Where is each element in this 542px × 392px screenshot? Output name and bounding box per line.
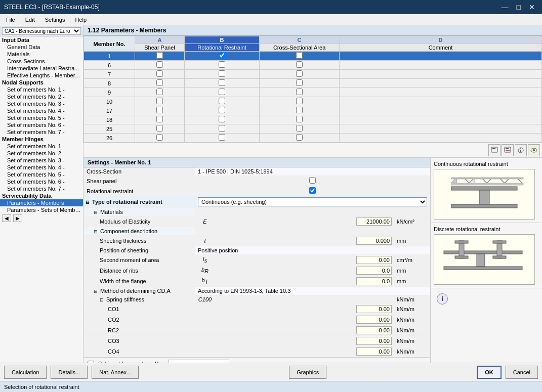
sheeting-t-value[interactable] [356, 237, 392, 245]
cell-shear[interactable] [135, 79, 185, 88]
sidebar-item-nodal-1[interactable]: Set of members No. 1 - [0, 86, 83, 93]
set-input-checkbox[interactable] [88, 361, 94, 363]
cell-cross[interactable] [260, 134, 340, 143]
shear-check-4[interactable] [156, 89, 163, 95]
cell-cross[interactable] [260, 97, 340, 106]
type-dropdown[interactable]: Continuous (e.g. sheeting)Discrete rotat… [198, 197, 427, 206]
cell-shear[interactable] [135, 115, 185, 124]
table-row[interactable]: 17 [84, 106, 542, 115]
rotational-check-5[interactable] [219, 98, 225, 104]
rotational-checkbox[interactable] [309, 187, 316, 194]
cross-check-0[interactable] [296, 52, 303, 59]
shear-check-0[interactable] [156, 52, 163, 59]
sidebar-item-hinge-1[interactable]: Set of members No. 1 - [0, 143, 83, 150]
cross-check-1[interactable] [296, 61, 303, 68]
shear-check-2[interactable] [156, 70, 163, 77]
sidebar-item-nodal-3[interactable]: Set of members No. 3 - [0, 100, 83, 107]
minimize-button[interactable]: — [498, 3, 512, 11]
rotational-check-8[interactable] [219, 125, 225, 132]
cross-check-5[interactable] [296, 98, 303, 104]
sidebar-item-hinge-5[interactable]: Set of members No. 5 - [0, 171, 83, 178]
close-button[interactable]: ✕ [526, 3, 538, 11]
sidebar-item-cross-sections[interactable]: Cross-Sections [0, 58, 83, 65]
shear-check-8[interactable] [156, 125, 163, 132]
cell-cross[interactable] [260, 61, 340, 70]
set-input-field[interactable] [169, 360, 229, 363]
nat-annex-button[interactable]: Nat. Annex... [92, 366, 139, 379]
table-row[interactable]: 10 [84, 97, 542, 106]
case-dropdown[interactable]: CA1 - Bemessung nach Euro [2, 27, 81, 35]
cell-cross[interactable] [260, 124, 340, 134]
table-row[interactable]: 9 [84, 88, 542, 97]
graphics-button[interactable]: Graphics [289, 366, 326, 379]
cross-check-8[interactable] [296, 125, 303, 132]
menu-help[interactable]: Help [71, 16, 91, 24]
sidebar-item-member-hinges[interactable]: Member Hinges [0, 136, 83, 143]
co2-value[interactable] [356, 316, 392, 324]
shear-panel-checkbox[interactable] [309, 177, 316, 184]
cross-check-2[interactable] [296, 70, 303, 77]
cross-check-7[interactable] [296, 116, 303, 122]
cell-cross[interactable] [260, 88, 340, 97]
cell-rotational[interactable] [184, 124, 259, 134]
ok-button[interactable]: OK [477, 366, 502, 379]
toolbar-btn-3[interactable] [515, 144, 527, 156]
sidebar-item-hinge-6[interactable]: Set of members No. 6 - [0, 178, 83, 185]
cell-rotational[interactable] [184, 61, 259, 70]
toolbar-btn-4[interactable] [528, 144, 540, 156]
cross-check-6[interactable] [296, 107, 303, 113]
table-row[interactable]: 1 [84, 52, 542, 61]
table-row[interactable]: 6 [84, 61, 542, 70]
shear-check-3[interactable] [156, 79, 163, 86]
shear-check-1[interactable] [156, 61, 163, 68]
cell-shear[interactable] [135, 97, 185, 106]
table-row[interactable]: 8 [84, 79, 542, 88]
toolbar-btn-1[interactable] [488, 144, 501, 156]
table-container[interactable]: Member No. A B C D Shear Panel Rotationa… [84, 36, 542, 143]
cell-cross[interactable] [260, 106, 340, 115]
cell-shear[interactable] [135, 124, 185, 134]
rotational-check-0[interactable] [219, 52, 225, 59]
sidebar-item-nodal-6[interactable]: Set of members No. 6 - [0, 121, 83, 128]
table-row[interactable]: 26 [84, 134, 542, 143]
cell-rotational[interactable] [184, 52, 259, 61]
sidebar-item-general-data[interactable]: General Data [0, 43, 83, 51]
sidebar-item-parameters-members[interactable]: Parameters - Members [0, 199, 83, 206]
sidebar-item-intermediate[interactable]: Intermediate Lateral Restra... [0, 65, 83, 72]
rotational-check-2[interactable] [219, 70, 225, 77]
width-flange-value[interactable] [356, 277, 392, 285]
cell-rotational[interactable] [184, 79, 259, 88]
cell-cross[interactable] [260, 70, 340, 79]
distance-ribs-value[interactable] [356, 267, 392, 275]
rotational-check-1[interactable] [219, 61, 225, 68]
sidebar-item-hinge-4[interactable]: Set of members No. 4 - [0, 164, 83, 171]
cell-shear[interactable] [135, 134, 185, 143]
cell-rotational[interactable] [184, 97, 259, 106]
calculation-button[interactable]: Calculation [4, 366, 47, 379]
table-row[interactable]: 18 [84, 115, 542, 124]
cell-rotational[interactable] [184, 106, 259, 115]
table-row[interactable]: 25 [84, 124, 542, 134]
sidebar-item-nodal-2[interactable]: Set of members No. 2 - [0, 93, 83, 100]
info-button[interactable]: i [437, 293, 448, 304]
cell-shear[interactable] [135, 70, 185, 79]
cell-cross[interactable] [260, 79, 340, 88]
sidebar-item-serviceability[interactable]: Serviceability Data [0, 192, 83, 199]
co3-value[interactable] [356, 337, 392, 345]
sidebar-item-hinge-2[interactable]: Set of members No. 2 - [0, 150, 83, 157]
rc2-value[interactable] [356, 326, 392, 334]
modulus-value[interactable] [356, 217, 392, 226]
menu-edit[interactable]: Edit [21, 16, 39, 24]
shear-check-7[interactable] [156, 116, 163, 122]
cell-shear[interactable] [135, 61, 185, 70]
shear-check-5[interactable] [156, 98, 163, 104]
shear-check-6[interactable] [156, 107, 163, 113]
cell-rotational[interactable] [184, 70, 259, 79]
cross-check-4[interactable] [296, 89, 303, 95]
shear-check-9[interactable] [156, 134, 163, 141]
cell-shear[interactable] [135, 52, 185, 61]
second-moment-value[interactable] [356, 256, 392, 264]
sidebar-item-input-data[interactable]: Input Data [0, 36, 83, 43]
cell-shear[interactable] [135, 88, 185, 97]
table-row[interactable]: 7 [84, 70, 542, 79]
